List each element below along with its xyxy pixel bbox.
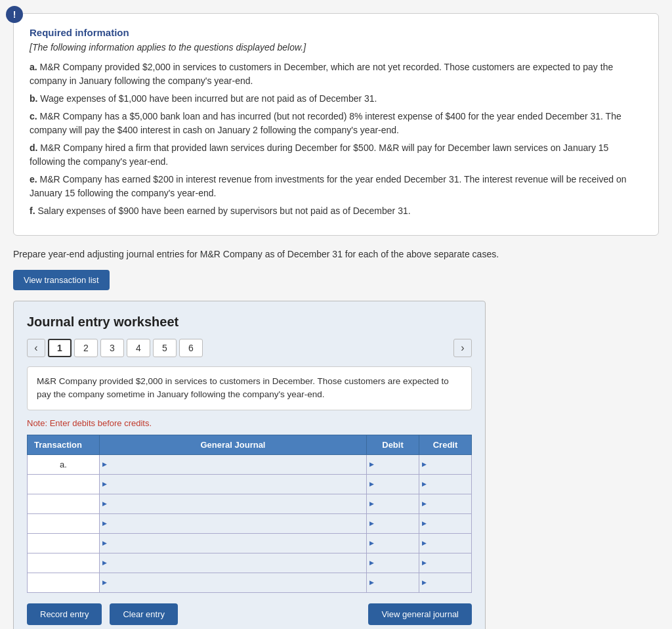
debit-input[interactable] xyxy=(367,455,419,474)
transaction-cell xyxy=(28,513,100,533)
page-4-button[interactable]: 4 xyxy=(127,339,150,357)
info-box: ! Required information [The following in… xyxy=(13,13,659,236)
item-text-a: M&R Company provided $2,000 in services … xyxy=(30,62,613,86)
item-text-e: M&R Company has earned $200 in interest … xyxy=(30,174,626,198)
debit-cell[interactable] xyxy=(367,494,419,513)
col-header-credit: Credit xyxy=(419,435,472,454)
debit-cell[interactable] xyxy=(367,474,419,494)
list-item: d. M&R Company hired a firm that provide… xyxy=(30,141,642,169)
col-header-transaction: Transaction xyxy=(28,435,100,454)
worksheet-container: Journal entry worksheet ‹ 1 2 3 4 5 6 › … xyxy=(13,301,486,629)
debit-cell[interactable] xyxy=(367,454,419,474)
general-journal-cell[interactable] xyxy=(100,474,367,494)
info-title: Required information xyxy=(30,27,642,38)
transaction-cell xyxy=(28,533,100,553)
col-header-debit: Debit xyxy=(367,435,419,454)
record-entry-button[interactable]: Record entry xyxy=(27,603,102,625)
item-text-c: M&R Company has a $5,000 bank loan and h… xyxy=(30,111,621,135)
debit-cell[interactable] xyxy=(367,513,419,533)
item-text-f: Salary expenses of $900 have been earned… xyxy=(37,206,410,216)
general-journal-input[interactable] xyxy=(100,573,366,592)
page-2-button[interactable]: 2 xyxy=(74,339,98,357)
info-list: a. M&R Company provided $2,000 in servic… xyxy=(30,60,642,218)
list-item: b. Wage expenses of $1,000 have been inc… xyxy=(30,92,642,106)
page-1-button[interactable]: 1 xyxy=(48,339,72,357)
page-5-button[interactable]: 5 xyxy=(153,339,177,357)
general-journal-input[interactable] xyxy=(100,455,366,474)
view-general-journal-button[interactable]: View general journal xyxy=(368,603,472,625)
credit-input[interactable] xyxy=(419,514,471,533)
general-journal-input[interactable] xyxy=(100,553,366,573)
credit-input[interactable] xyxy=(419,534,471,553)
page-3-button[interactable]: 3 xyxy=(100,339,124,357)
list-item: a. M&R Company provided $2,000 in servic… xyxy=(30,60,642,88)
general-journal-cell[interactable] xyxy=(100,553,367,573)
table-row xyxy=(28,474,472,494)
credit-cell[interactable] xyxy=(419,494,472,513)
general-journal-cell[interactable] xyxy=(100,573,367,592)
table-row xyxy=(28,494,472,513)
credit-input[interactable] xyxy=(419,475,471,494)
credit-cell[interactable] xyxy=(419,474,472,494)
list-item: c. M&R Company has a $5,000 bank loan an… xyxy=(30,110,642,137)
transaction-cell xyxy=(28,573,100,592)
next-page-button[interactable]: › xyxy=(453,339,472,357)
general-journal-input[interactable] xyxy=(100,514,366,533)
credit-input[interactable] xyxy=(419,553,471,573)
table-row xyxy=(28,533,472,553)
journal-table: Transaction General Journal Debit Credit… xyxy=(27,435,472,593)
debit-input[interactable] xyxy=(367,573,419,592)
list-item: f. Salary expenses of $900 have been ear… xyxy=(30,204,642,218)
transaction-cell xyxy=(28,553,100,573)
item-label-e: e. xyxy=(30,174,40,184)
list-item: e. M&R Company has earned $200 in intere… xyxy=(30,173,642,200)
credit-cell[interactable] xyxy=(419,533,472,553)
item-text-d: M&R Company hired a firm that provided l… xyxy=(30,142,608,167)
debit-input[interactable] xyxy=(367,534,419,553)
debit-input[interactable] xyxy=(367,553,419,573)
info-icon: ! xyxy=(6,6,23,23)
credit-cell[interactable] xyxy=(419,553,472,573)
general-journal-cell[interactable] xyxy=(100,494,367,513)
transaction-cell xyxy=(28,474,100,494)
item-label-d: d. xyxy=(30,142,40,153)
general-journal-cell[interactable] xyxy=(100,533,367,553)
debit-input[interactable] xyxy=(367,494,419,513)
general-journal-input[interactable] xyxy=(100,475,366,494)
table-row xyxy=(28,553,472,573)
general-journal-cell[interactable] xyxy=(100,454,367,474)
transaction-cell xyxy=(28,494,100,513)
info-subtitle: [The following information applies to th… xyxy=(30,42,642,53)
credit-cell[interactable] xyxy=(419,454,472,474)
credit-input[interactable] xyxy=(419,455,471,474)
credit-input[interactable] xyxy=(419,494,471,513)
debit-input[interactable] xyxy=(367,514,419,533)
pagination: ‹ 1 2 3 4 5 6 › xyxy=(27,339,472,357)
prepare-text: Prepare year-end adjusting journal entri… xyxy=(13,249,659,259)
credit-cell[interactable] xyxy=(419,513,472,533)
debit-input[interactable] xyxy=(367,475,419,494)
item-label-f: f. xyxy=(30,206,37,216)
credit-input[interactable] xyxy=(419,573,471,592)
scenario-box: M&R Company provided $2,000 in services … xyxy=(27,366,472,410)
general-journal-input[interactable] xyxy=(100,494,366,513)
item-label-b: b. xyxy=(30,93,40,104)
col-header-general-journal: General Journal xyxy=(100,435,367,454)
credit-cell[interactable] xyxy=(419,573,472,592)
transaction-cell: a. xyxy=(28,454,100,474)
worksheet-title: Journal entry worksheet xyxy=(27,314,472,330)
table-row: a. xyxy=(28,454,472,474)
prev-page-button[interactable]: ‹ xyxy=(27,339,45,357)
table-row xyxy=(28,513,472,533)
buttons-row: Record entry Clear entry View general jo… xyxy=(27,603,472,625)
item-label-c: c. xyxy=(30,111,40,121)
general-journal-cell[interactable] xyxy=(100,513,367,533)
page-6-button[interactable]: 6 xyxy=(179,339,203,357)
debit-cell[interactable] xyxy=(367,573,419,592)
view-transaction-button[interactable]: View transaction list xyxy=(13,270,110,290)
clear-entry-button[interactable]: Clear entry xyxy=(110,603,178,625)
item-text-b: Wage expenses of $1,000 have been incurr… xyxy=(40,93,377,104)
debit-cell[interactable] xyxy=(367,553,419,573)
general-journal-input[interactable] xyxy=(100,534,366,553)
debit-cell[interactable] xyxy=(367,533,419,553)
